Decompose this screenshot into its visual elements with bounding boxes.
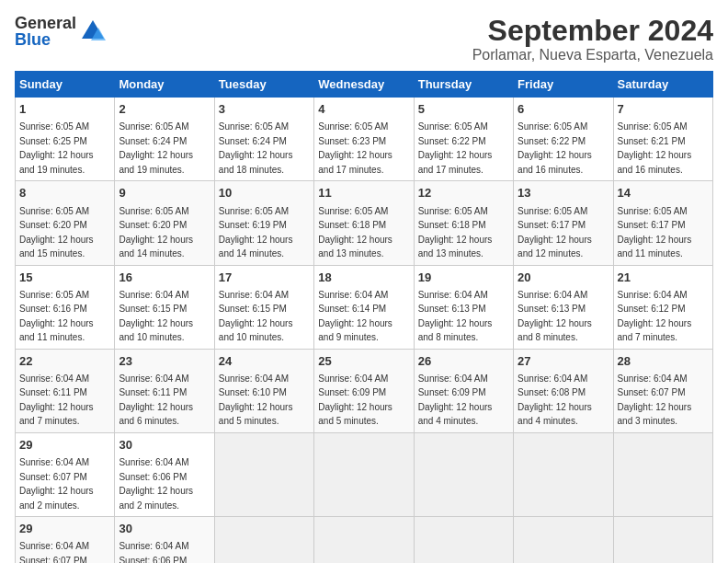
week-row-4: 22 Sunrise: 6:04 AMSunset: 6:11 PMDaylig… (16, 349, 713, 432)
day-cell-21: 21 Sunrise: 6:04 AMSunset: 6:12 PMDaylig… (613, 265, 712, 349)
day-info: Sunrise: 6:04 AMSunset: 6:11 PMDaylight:… (119, 373, 193, 427)
header-day-monday: Monday (115, 72, 214, 98)
logo-text: General Blue (15, 15, 76, 48)
day-number: 28 (618, 353, 709, 370)
header-day-saturday: Saturday (613, 72, 712, 98)
day-info: Sunrise: 6:04 AMSunset: 6:14 PMDaylight:… (318, 290, 392, 343)
day-cell-27: 27 Sunrise: 6:04 AMSunset: 6:08 PMDaylig… (514, 349, 613, 432)
day-info: Sunrise: 6:05 AMSunset: 6:20 PMDaylight:… (119, 206, 193, 259)
day-info: Sunrise: 6:04 AMSunset: 6:12 PMDaylight:… (618, 290, 692, 343)
day-number: 23 (119, 353, 210, 370)
day-cell-18: 18 Sunrise: 6:04 AMSunset: 6:14 PMDaylig… (314, 265, 414, 349)
day-cell-24: 24 Sunrise: 6:04 AMSunset: 6:10 PMDaylig… (214, 349, 313, 432)
day-cell-empty (214, 517, 313, 563)
day-info: Sunrise: 6:04 AMSunset: 6:08 PMDaylight:… (518, 373, 592, 427)
day-number: 29 (19, 521, 110, 537)
day-info: Sunrise: 6:05 AMSunset: 6:22 PMDaylight:… (518, 121, 592, 175)
day-number: 18 (318, 270, 409, 286)
day-cell-empty (314, 432, 414, 516)
day-cell-17: 17 Sunrise: 6:04 AMSunset: 6:15 PMDaylig… (214, 265, 313, 349)
day-number: 26 (418, 353, 509, 370)
logo-icon (80, 18, 106, 44)
day-number: 27 (518, 353, 609, 370)
day-cell-empty (613, 432, 712, 516)
calendar-header: SundayMondayTuesdayWednesdayThursdayFrid… (16, 72, 713, 98)
day-info: Sunrise: 6:04 AMSunset: 6:11 PMDaylight:… (19, 373, 94, 427)
day-cell-29: 29 Sunrise: 6:04 AMSunset: 6:07 PMDaylig… (16, 517, 115, 563)
day-cell-1: 1 Sunrise: 6:05 AMSunset: 6:25 PMDayligh… (16, 98, 115, 181)
day-number: 17 (219, 270, 310, 286)
day-cell-29: 29 Sunrise: 6:04 AMSunset: 6:07 PMDaylig… (16, 432, 115, 516)
day-info: Sunrise: 6:05 AMSunset: 6:18 PMDaylight:… (418, 206, 493, 259)
logo-blue-text: Blue (15, 31, 76, 48)
day-info: Sunrise: 6:05 AMSunset: 6:16 PMDaylight:… (19, 290, 94, 343)
day-info: Sunrise: 6:04 AMSunset: 6:07 PMDaylight:… (618, 373, 692, 427)
day-cell-empty (314, 517, 414, 563)
day-number: 15 (19, 270, 110, 286)
day-cell-9: 9 Sunrise: 6:05 AMSunset: 6:20 PMDayligh… (115, 181, 214, 265)
day-info: Sunrise: 6:05 AMSunset: 6:17 PMDaylight:… (518, 206, 592, 259)
day-number: 4 (318, 101, 409, 118)
calendar-table: SundayMondayTuesdayWednesdayThursdayFrid… (15, 71, 713, 563)
week-row-5: 29 Sunrise: 6:04 AMSunset: 6:07 PMDaylig… (16, 432, 713, 516)
header-day-sunday: Sunday (16, 72, 115, 98)
day-number: 7 (618, 101, 709, 118)
day-number: 25 (318, 353, 409, 370)
day-cell-20: 20 Sunrise: 6:04 AMSunset: 6:13 PMDaylig… (514, 265, 613, 349)
day-cell-13: 13 Sunrise: 6:05 AMSunset: 6:17 PMDaylig… (514, 181, 613, 265)
logo: General Blue (15, 15, 106, 48)
day-cell-12: 12 Sunrise: 6:05 AMSunset: 6:18 PMDaylig… (414, 181, 513, 265)
day-number: 16 (119, 270, 210, 286)
day-number: 8 (19, 185, 110, 201)
day-number: 13 (518, 185, 609, 201)
day-cell-5: 5 Sunrise: 6:05 AMSunset: 6:22 PMDayligh… (414, 98, 513, 181)
header-row: SundayMondayTuesdayWednesdayThursdayFrid… (16, 72, 713, 98)
day-info: Sunrise: 6:04 AMSunset: 6:13 PMDaylight:… (518, 290, 592, 343)
week-row-3: 15 Sunrise: 6:05 AMSunset: 6:16 PMDaylig… (16, 265, 713, 349)
day-info: Sunrise: 6:04 AMSunset: 6:06 PMDaylight:… (119, 457, 193, 511)
day-number: 24 (219, 353, 310, 370)
day-number: 30 (119, 437, 210, 454)
day-info: Sunrise: 6:04 AMSunset: 6:07 PMDaylight:… (19, 457, 94, 511)
day-info: Sunrise: 6:04 AMSunset: 6:15 PMDaylight:… (219, 290, 293, 343)
day-number: 6 (518, 101, 609, 118)
day-info: Sunrise: 6:04 AMSunset: 6:07 PMDaylight:… (19, 541, 94, 563)
day-cell-3: 3 Sunrise: 6:05 AMSunset: 6:24 PMDayligh… (214, 98, 313, 181)
header-day-thursday: Thursday (414, 72, 513, 98)
day-cell-empty (613, 517, 712, 563)
day-cell-empty (514, 432, 613, 516)
day-number: 21 (618, 270, 709, 286)
day-cell-19: 19 Sunrise: 6:04 AMSunset: 6:13 PMDaylig… (414, 265, 513, 349)
day-cell-7: 7 Sunrise: 6:05 AMSunset: 6:21 PMDayligh… (613, 98, 712, 181)
day-cell-empty (214, 432, 313, 516)
day-number: 3 (219, 101, 310, 118)
day-cell-15: 15 Sunrise: 6:05 AMSunset: 6:16 PMDaylig… (16, 265, 115, 349)
day-info: Sunrise: 6:04 AMSunset: 6:10 PMDaylight:… (219, 373, 293, 427)
day-info: Sunrise: 6:05 AMSunset: 6:20 PMDaylight:… (19, 206, 94, 259)
day-number: 10 (219, 185, 310, 201)
day-cell-30: 30 Sunrise: 6:04 AMSunset: 6:06 PMDaylig… (115, 432, 214, 516)
day-number: 19 (418, 270, 509, 286)
day-cell-6: 6 Sunrise: 6:05 AMSunset: 6:22 PMDayligh… (514, 98, 613, 181)
day-info: Sunrise: 6:05 AMSunset: 6:24 PMDaylight:… (219, 121, 293, 175)
header-day-friday: Friday (514, 72, 613, 98)
day-info: Sunrise: 6:05 AMSunset: 6:21 PMDaylight:… (618, 121, 692, 175)
day-cell-25: 25 Sunrise: 6:04 AMSunset: 6:09 PMDaylig… (314, 349, 414, 432)
day-cell-28: 28 Sunrise: 6:04 AMSunset: 6:07 PMDaylig… (613, 349, 712, 432)
day-info: Sunrise: 6:04 AMSunset: 6:15 PMDaylight:… (119, 290, 193, 343)
day-cell-30: 30 Sunrise: 6:04 AMSunset: 6:06 PMDaylig… (115, 517, 214, 563)
day-number: 12 (418, 185, 509, 201)
day-cell-8: 8 Sunrise: 6:05 AMSunset: 6:20 PMDayligh… (16, 181, 115, 265)
day-cell-14: 14 Sunrise: 6:05 AMSunset: 6:17 PMDaylig… (613, 181, 712, 265)
day-cell-22: 22 Sunrise: 6:04 AMSunset: 6:11 PMDaylig… (16, 349, 115, 432)
title-section: September 2024 Porlamar, Nueva Esparta, … (472, 15, 713, 63)
page-header: General Blue September 2024 Porlamar, Nu… (15, 15, 713, 63)
day-cell-23: 23 Sunrise: 6:04 AMSunset: 6:11 PMDaylig… (115, 349, 214, 432)
day-info: Sunrise: 6:05 AMSunset: 6:25 PMDaylight:… (19, 121, 94, 175)
day-cell-4: 4 Sunrise: 6:05 AMSunset: 6:23 PMDayligh… (314, 98, 414, 181)
week-row-1: 1 Sunrise: 6:05 AMSunset: 6:25 PMDayligh… (16, 98, 713, 181)
day-info: Sunrise: 6:04 AMSunset: 6:09 PMDaylight:… (318, 373, 392, 427)
day-info: Sunrise: 6:05 AMSunset: 6:22 PMDaylight:… (418, 121, 493, 175)
day-cell-empty (414, 517, 513, 563)
header-day-tuesday: Tuesday (214, 72, 313, 98)
